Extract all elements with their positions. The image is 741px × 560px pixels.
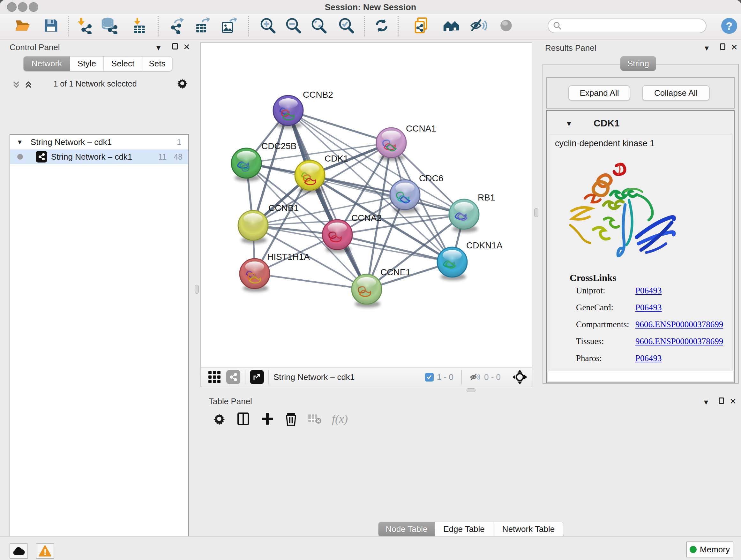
close-panel-icon[interactable]: ✕: [730, 397, 737, 406]
export-table-icon[interactable]: [193, 17, 211, 35]
expand-all-networks-icon[interactable]: [11, 80, 21, 89]
save-session-icon[interactable]: [42, 17, 60, 35]
hidden-elements-icon[interactable]: [469, 371, 481, 383]
table-settings-gear-icon[interactable]: [212, 412, 226, 426]
toolbar-separator: [68, 16, 69, 37]
network-node-CCNA2[interactable]: [322, 220, 352, 253]
add-column-icon[interactable]: [260, 412, 274, 426]
search-icon: [553, 21, 562, 30]
import-network-from-file-icon[interactable]: [75, 17, 93, 35]
zoom-fit-icon[interactable]: [310, 17, 328, 35]
crosslink-row: Tissues:9606.ENSP00000378699: [564, 336, 727, 354]
import-table-from-file-icon[interactable]: [130, 17, 148, 35]
network-node-CDKN1A[interactable]: [437, 247, 467, 280]
delete-column-icon[interactable]: [285, 412, 297, 426]
selected-checkbox-icon[interactable]: [425, 373, 434, 381]
title-bar: Session: New Session: [0, 0, 741, 14]
crosslink-link[interactable]: 9606.ENSP00000378699: [635, 336, 723, 347]
tab-node-table[interactable]: Node Table: [379, 522, 435, 537]
network-node-CDC25B[interactable]: [231, 148, 261, 181]
memory-status-dot: [690, 546, 697, 553]
network-edge[interactable]: [288, 111, 367, 289]
close-panel-icon[interactable]: ✕: [183, 43, 190, 51]
network-share-icon[interactable]: [226, 370, 240, 384]
left-splitter-handle[interactable]: [195, 285, 199, 294]
toolbar-separator: [245, 370, 246, 384]
open-session-icon[interactable]: [13, 17, 31, 35]
crosslink-label: Uniprot:: [576, 286, 605, 296]
maximize-panel-icon[interactable]: [172, 43, 178, 50]
tab-sets[interactable]: Sets: [142, 57, 172, 71]
tab-edge-table[interactable]: Edge Table: [435, 522, 493, 537]
main-toolbar: ?: [0, 14, 741, 40]
network-node-CCNA1[interactable]: [376, 128, 406, 161]
open-in-window-icon[interactable]: [250, 370, 264, 384]
right-splitter-handle[interactable]: [534, 208, 538, 217]
select-columns-icon[interactable]: [236, 412, 250, 426]
network-node-CCNB2[interactable]: [273, 96, 303, 129]
expand-all-button[interactable]: Expand All: [568, 85, 630, 101]
collapse-gene-icon[interactable]: ▼: [565, 120, 572, 128]
refresh-icon[interactable]: [373, 17, 391, 35]
cloud-status-button[interactable]: [10, 543, 28, 559]
warning-status-button[interactable]: [36, 543, 54, 559]
network-edge[interactable]: [255, 273, 367, 289]
tab-network-table[interactable]: Network Table: [493, 522, 563, 537]
crosslink-label: GeneCard:: [576, 303, 613, 313]
float-panel-icon[interactable]: ▾: [156, 44, 160, 52]
toolbar-separator: [158, 16, 158, 37]
zoom-in-icon[interactable]: [259, 17, 277, 35]
network-node-RB1[interactable]: [449, 199, 479, 233]
results-scrollbar-track[interactable]: [548, 371, 733, 382]
crosslink-link[interactable]: 9606.ENSP00000378699: [635, 320, 723, 329]
crosslink-link[interactable]: P06493: [635, 303, 662, 313]
network-edge[interactable]: [288, 111, 391, 143]
clone-network-icon[interactable]: [414, 17, 431, 35]
zoom-selected-icon[interactable]: [338, 17, 355, 35]
export-image-icon[interactable]: [219, 17, 238, 35]
network-list: ▼ String Network – cdk1 1 String Network…: [10, 134, 189, 560]
navigator-crosshair-icon[interactable]: [512, 369, 528, 385]
float-panel-icon[interactable]: ▾: [704, 398, 708, 406]
close-panel-icon[interactable]: ✕: [731, 43, 738, 51]
network-collection-row[interactable]: ▼ String Network – cdk1 1: [10, 135, 188, 149]
delete-table-icon[interactable]: [308, 413, 322, 425]
function-builder-icon[interactable]: f(x): [332, 412, 348, 426]
tab-network[interactable]: Network: [23, 57, 70, 71]
maximize-panel-icon[interactable]: [720, 44, 725, 50]
tab-string[interactable]: String: [620, 56, 656, 71]
network-node-CCNE1[interactable]: [352, 274, 382, 307]
memory-button[interactable]: Memory: [686, 542, 733, 557]
network-canvas[interactable]: CCNB2CCNA1CDC25BCDK1CDC6RB1CCNB1CCNA2CDK…: [200, 43, 532, 367]
zoom-out-icon[interactable]: [285, 17, 302, 35]
crosslink-link[interactable]: P06493: [635, 354, 662, 363]
crosslinks-title: CrossLinks: [569, 272, 616, 283]
collapse-collection-icon[interactable]: ▼: [17, 138, 23, 146]
show-annotations-icon[interactable]: [497, 17, 515, 35]
network-options-gear-icon[interactable]: [176, 77, 188, 89]
status-bar: Memory: [0, 537, 741, 560]
export-network-icon[interactable]: [168, 17, 186, 35]
import-network-from-database-icon[interactable]: [100, 17, 118, 35]
collection-count: 1: [177, 138, 181, 147]
maximize-panel-icon[interactable]: [719, 397, 724, 404]
crosslinks-list: Uniprot:P06493GeneCard:P06493Compartment…: [564, 286, 727, 370]
tab-select[interactable]: Select: [104, 57, 142, 71]
tab-style[interactable]: Style: [70, 57, 104, 71]
collapse-all-button[interactable]: Collapse All: [642, 85, 710, 101]
float-panel-icon[interactable]: ▾: [704, 44, 709, 52]
collapse-all-networks-icon[interactable]: [23, 80, 33, 89]
help-icon[interactable]: ?: [721, 18, 737, 34]
hide-annotations-icon[interactable]: [470, 17, 488, 35]
network-node-CDK1[interactable]: [295, 160, 325, 193]
houses-icon[interactable]: [442, 17, 460, 35]
toolbar-separator: [268, 370, 269, 384]
network-node-HIST1H1A[interactable]: [240, 259, 270, 292]
bottom-splitter-handle[interactable]: [467, 388, 475, 392]
network-row[interactable]: String Network – cdk1 11 48: [10, 149, 188, 164]
search-input[interactable]: [548, 18, 706, 33]
crosslink-link[interactable]: P06493: [635, 286, 662, 296]
birdseye-view-icon[interactable]: [208, 370, 221, 384]
network-node-CCNB1[interactable]: [238, 210, 268, 244]
network-node-CDC6[interactable]: [390, 180, 420, 213]
